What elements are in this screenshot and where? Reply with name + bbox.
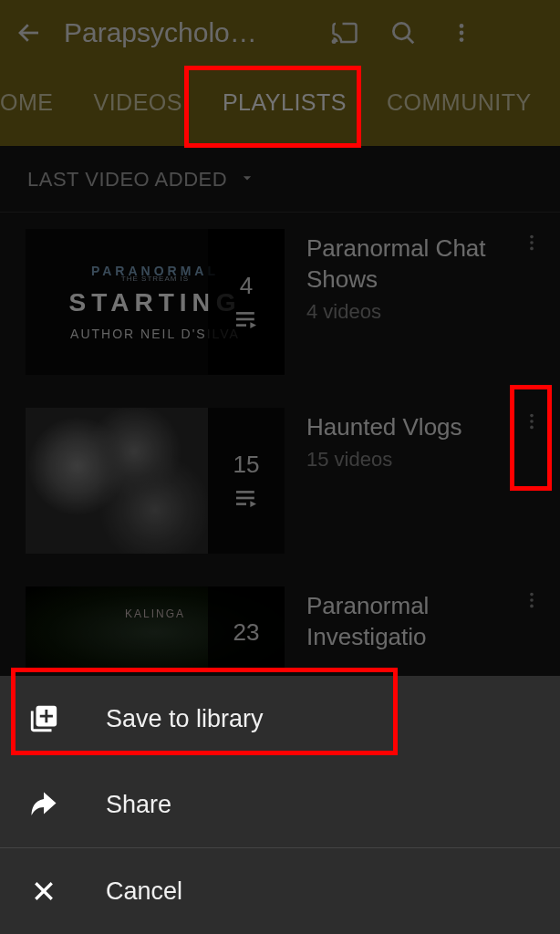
svg-point-21 xyxy=(530,598,534,602)
svg-point-5 xyxy=(460,24,464,28)
chevron-down-icon xyxy=(238,169,256,191)
playlist-info: Haunted Vlogs 15 videos xyxy=(306,408,500,472)
header-actions xyxy=(328,16,478,49)
playlist-title: Paranormal Chat Shows xyxy=(306,233,500,295)
tab-home[interactable]: OME xyxy=(0,71,73,134)
playlist-more-icon[interactable] xyxy=(522,586,545,614)
cast-icon[interactable] xyxy=(328,16,361,49)
svg-point-6 xyxy=(460,31,464,36)
back-arrow-icon[interactable] xyxy=(11,15,47,51)
playlist-thumbnail: PARANORMAL THE STREAM IS STARTING AUTHOR… xyxy=(26,229,285,375)
sheet-label: Share xyxy=(106,791,171,819)
playlist-count: 4 xyxy=(240,272,253,300)
thumb-count-overlay: 4 xyxy=(208,229,285,375)
sheet-label: Cancel xyxy=(106,877,182,906)
playlist-item[interactable]: KALINGA 23 Paranormal Investigatio xyxy=(0,570,560,670)
tab-videos[interactable]: VIDEOS xyxy=(73,71,202,134)
svg-point-7 xyxy=(460,37,464,42)
playlist-item[interactable]: 15 Haunted Vlogs 15 videos xyxy=(0,391,560,570)
channel-title: Parapsycholo… xyxy=(64,17,328,48)
svg-point-13 xyxy=(530,247,534,251)
header-top-row: Parapsycholo… xyxy=(0,0,560,66)
thumb-count-overlay: 15 xyxy=(208,408,285,554)
svg-point-19 xyxy=(530,426,534,430)
playlist-list: PARANORMAL THE STREAM IS STARTING AUTHOR… xyxy=(0,213,560,670)
playlist-thumbnail: KALINGA 23 xyxy=(26,586,285,670)
svg-line-4 xyxy=(407,36,413,43)
more-vert-icon[interactable] xyxy=(445,16,478,49)
svg-point-2 xyxy=(333,40,336,43)
tab-playlists[interactable]: PLAYLISTS xyxy=(202,71,367,134)
svg-point-20 xyxy=(530,593,534,597)
playlist-title: Paranormal Investigatio xyxy=(306,590,500,652)
playlist-icon xyxy=(233,309,260,333)
close-icon xyxy=(26,873,62,909)
playlist-more-icon[interactable] xyxy=(522,229,545,256)
svg-point-12 xyxy=(530,241,534,244)
sheet-save-to-library[interactable]: Save to library xyxy=(0,676,560,762)
playlist-count: 23 xyxy=(233,618,260,647)
thumb-count-overlay: 23 xyxy=(208,586,285,670)
playlist-count: 15 xyxy=(233,451,260,479)
svg-point-17 xyxy=(530,414,534,418)
playlist-more-icon[interactable] xyxy=(522,408,545,435)
playlist-icon xyxy=(233,488,260,512)
svg-point-22 xyxy=(530,605,534,608)
svg-point-18 xyxy=(530,420,534,423)
svg-point-11 xyxy=(530,235,534,239)
sheet-cancel[interactable]: Cancel xyxy=(0,848,560,934)
playlist-subtitle: 4 videos xyxy=(306,300,500,324)
channel-tabs: OME VIDEOS PLAYLISTS COMMUNITY xyxy=(0,66,560,139)
playlist-title: Haunted Vlogs xyxy=(306,411,500,442)
playlist-item[interactable]: PARANORMAL THE STREAM IS STARTING AUTHOR… xyxy=(0,213,560,391)
playlist-subtitle: 15 videos xyxy=(306,448,500,472)
thumb-text: THE STREAM IS xyxy=(121,275,189,283)
sort-dropdown[interactable]: LAST VIDEO ADDED xyxy=(0,146,560,212)
app-header: Parapsycholo… xyxy=(0,0,560,146)
sheet-share[interactable]: Share xyxy=(0,762,560,847)
playlist-thumbnail: 15 xyxy=(26,408,285,554)
playlist-info: Paranormal Chat Shows 4 videos xyxy=(306,229,500,324)
bottom-sheet: Save to library Share Cancel xyxy=(0,676,560,934)
share-icon xyxy=(26,786,62,823)
tab-community[interactable]: COMMUNITY xyxy=(367,71,552,134)
sort-label: LAST VIDEO ADDED xyxy=(27,168,227,192)
thumb-text: KALINGA xyxy=(125,607,185,620)
svg-point-3 xyxy=(393,23,410,39)
search-icon[interactable] xyxy=(387,16,420,49)
library-add-icon xyxy=(26,700,62,737)
playlist-info: Paranormal Investigatio xyxy=(306,586,500,652)
sheet-label: Save to library xyxy=(106,705,264,733)
